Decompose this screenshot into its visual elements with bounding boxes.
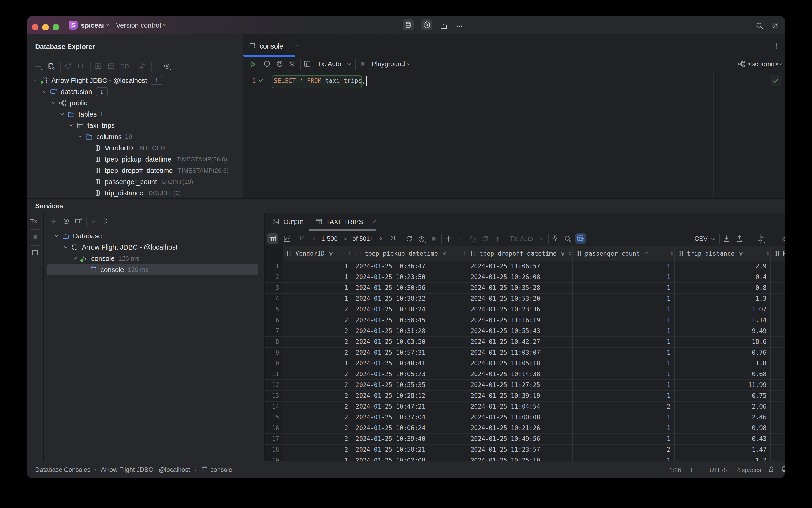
tree-item-datafusion[interactable]: datafusion1 xyxy=(27,86,242,97)
generate-ddl-button[interactable]: DDL xyxy=(120,63,133,70)
history-icon[interactable] xyxy=(263,60,271,68)
funnel-icon[interactable] xyxy=(328,251,334,257)
tx-mode-selector[interactable]: Tx: Auto xyxy=(317,60,341,68)
funnel-icon[interactable] xyxy=(643,251,649,257)
grid-cell[interactable]: 2024-01-25 10:23:36 xyxy=(467,306,572,313)
last-page-icon[interactable] xyxy=(389,235,396,242)
tree-item-console[interactable]: console126 ms xyxy=(44,264,264,276)
table-row[interactable]: 1822024-01-25 10:58:212024-01-25 11:23:5… xyxy=(265,444,785,456)
grid-cell[interactable]: 2024-01-25 10:40:41 xyxy=(352,360,467,367)
grid-cell[interactable]: 1 xyxy=(572,435,674,442)
grid-cell[interactable]: 2024-01-25 10:49:56 xyxy=(467,435,572,442)
grid-cell[interactable]: 2 xyxy=(572,446,674,453)
column-header-rate[interactable]: Rate xyxy=(770,246,785,261)
grid-cell[interactable]: 2024-01-25 11:27:25 xyxy=(467,381,572,388)
funnel-icon[interactable] xyxy=(560,251,566,257)
grid-cell[interactable]: 2024-01-25 10:25:10 xyxy=(467,457,572,461)
table-row[interactable]: 1722024-01-25 10:39:402024-01-25 10:49:5… xyxy=(265,433,785,445)
grid-cell[interactable]: 1 xyxy=(283,457,352,461)
tab-console[interactable]: console xyxy=(260,42,283,50)
tree-item-tpep-pickup-datetime[interactable]: tpep_pickup_datetimeTIMESTAMP(26,6) xyxy=(27,154,242,165)
grid-cell[interactable]: 1 xyxy=(572,360,674,367)
table-row[interactable]: 1422024-01-25 10:47:212024-01-25 11:04:5… xyxy=(265,401,785,412)
new-console-icon[interactable] xyxy=(77,62,85,70)
inspection-status-widget[interactable] xyxy=(770,75,781,86)
table-row[interactable]: 212024-01-25 10:23:502024-01-25 10:26:08… xyxy=(265,271,785,283)
grid-cell[interactable]: 2 xyxy=(283,392,352,399)
grid-cell[interactable]: 1.3 xyxy=(674,295,770,302)
grid-cell[interactable]: 2024-01-25 10:58:21 xyxy=(352,446,467,453)
add-service-icon[interactable] xyxy=(50,217,58,225)
grid-cell[interactable]: 1 xyxy=(283,295,352,302)
tree-item-columns[interactable]: columns19 xyxy=(27,131,242,142)
grid-cell[interactable]: 2024-01-25 10:42:27 xyxy=(467,338,572,345)
grid-cell[interactable]: 2024-01-25 10:55:35 xyxy=(352,381,467,388)
grid-cell[interactable]: 2 xyxy=(283,414,352,421)
table-row[interactable]: 112024-01-25 10:36:472024-01-25 11:06:57… xyxy=(265,261,785,272)
grid-cell[interactable]: 1 xyxy=(572,295,674,302)
grid-cell[interactable]: 1 xyxy=(572,349,674,356)
tree-item-tpep-dropoff-datetime[interactable]: tpep_dropoff_datetimeTIMESTAMP(26,6) xyxy=(27,165,242,176)
grid-cell[interactable]: 0.68 xyxy=(674,371,770,378)
editor-options-kebab-icon[interactable] xyxy=(773,42,780,50)
database-tool-button[interactable] xyxy=(403,19,413,30)
table-row[interactable]: 1322024-01-25 10:28:122024-01-25 10:39:1… xyxy=(265,390,785,401)
page-range-selector[interactable]: 1-500 xyxy=(321,235,337,243)
breadcrumb-item[interactable]: Database Consoles xyxy=(35,466,90,473)
console-settings-icon[interactable] xyxy=(288,60,296,68)
grid-cell[interactable]: 2024-01-25 10:02:08 xyxy=(352,457,467,461)
grid-cell[interactable]: 0.98 xyxy=(674,424,770,431)
grid-cell[interactable]: 1 xyxy=(572,263,674,270)
grid-cell[interactable]: 1 xyxy=(283,273,352,281)
funnel-icon[interactable] xyxy=(441,251,447,257)
transfer-icon[interactable] xyxy=(757,235,765,243)
grid-cell[interactable]: 2024-01-25 10:58:45 xyxy=(352,316,467,324)
import-export-icon[interactable] xyxy=(138,62,146,70)
grid-cell[interactable]: 9.49 xyxy=(674,327,770,334)
grid-cell[interactable]: 2024-01-25 10:55:43 xyxy=(467,327,572,334)
column-header-trip_distance[interactable]: trip_distance xyxy=(674,246,773,261)
export-format-selector[interactable]: CSV xyxy=(694,235,708,243)
grid-cell[interactable]: 2024-01-25 10:05:23 xyxy=(352,371,467,378)
chart-view-icon[interactable] xyxy=(283,235,291,243)
tree-item-trip-distance[interactable]: trip_distanceDOUBLE(0) xyxy=(27,187,242,198)
grid-cell[interactable]: 1 xyxy=(572,457,674,461)
tree-item-database[interactable]: Database xyxy=(44,230,264,242)
tree-item-vendorid[interactable]: VendorIDINTEGER xyxy=(27,142,242,154)
project-selector[interactable]: spiceai xyxy=(81,22,104,29)
grid-cell[interactable]: 1 xyxy=(572,306,674,313)
grid-cell[interactable]: 0.76 xyxy=(674,349,770,356)
pin-tab-icon[interactable] xyxy=(551,235,559,242)
project-files-button[interactable] xyxy=(440,22,448,30)
refresh-icon[interactable] xyxy=(64,62,72,70)
grid-cell[interactable]: 11.99 xyxy=(674,381,770,388)
tree-item-tables[interactable]: tables1 xyxy=(27,109,242,120)
grid-cell[interactable]: 1 xyxy=(572,338,674,345)
grid-cell[interactable]: 18.6 xyxy=(674,338,770,345)
grid-cell[interactable]: 2024-01-25 10:21:26 xyxy=(467,424,572,431)
grid-cell[interactable]: 2 xyxy=(283,306,352,313)
grid-cell[interactable]: 1 xyxy=(572,424,674,431)
refresh-icon[interactable] xyxy=(405,235,413,243)
close-window-button[interactable] xyxy=(32,24,38,31)
table-row[interactable]: 1012024-01-25 10:40:412024-01-25 11:05:1… xyxy=(265,358,785,369)
version-control-menu[interactable]: Version control xyxy=(116,22,161,29)
sort-icon[interactable] xyxy=(461,251,467,256)
grid-cell[interactable]: 1 xyxy=(572,381,674,388)
open-in-new-icon[interactable] xyxy=(74,217,82,225)
add-data-source-icon[interactable] xyxy=(34,62,42,70)
grid-cell[interactable]: 2024-01-25 10:23:50 xyxy=(352,273,467,281)
locate-icon[interactable] xyxy=(62,217,70,225)
grid-cell[interactable]: 2 xyxy=(283,316,352,324)
grid-cell[interactable]: 2024-01-25 10:10:24 xyxy=(352,306,467,313)
tree-item-console[interactable]: console126 ms xyxy=(44,253,264,264)
grid-cell[interactable]: 2.06 xyxy=(674,403,770,410)
grid-cell[interactable]: 2024-01-25 11:16:19 xyxy=(467,316,572,324)
column-header-passenger_count[interactable]: passenger_count xyxy=(572,246,677,261)
grid-cell[interactable]: 1.8 xyxy=(674,360,770,367)
grid-cell[interactable]: 1 xyxy=(283,284,352,291)
tree-item-arrow-flight-jdbc-localhost[interactable]: Arrow Flight JDBC - @localhost xyxy=(44,242,264,253)
grid-cell[interactable]: 2024-01-25 10:47:21 xyxy=(352,403,467,410)
sql-editor[interactable]: 1 SELECT * FROM taxi_trips; xyxy=(243,73,785,198)
grid-cell[interactable]: 0.43 xyxy=(674,435,770,442)
